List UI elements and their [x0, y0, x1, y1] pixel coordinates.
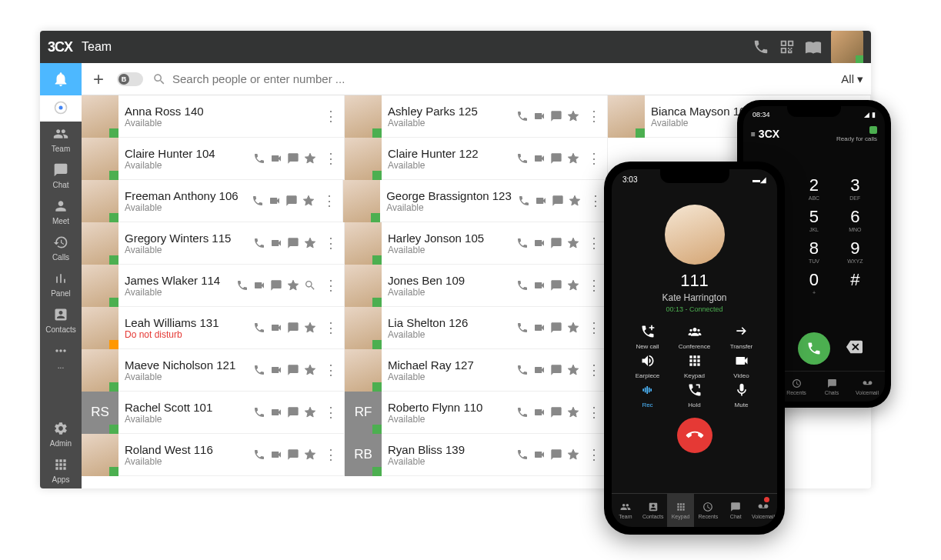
- video-icon[interactable]: [533, 152, 546, 165]
- call-icon[interactable]: [253, 406, 265, 418]
- qr-icon[interactable]: [779, 38, 796, 55]
- chat-icon[interactable]: [287, 406, 299, 418]
- keypad-key-9[interactable]: 9 WXYZ: [836, 238, 874, 264]
- star-icon[interactable]: [567, 448, 579, 461]
- contact-card[interactable]: Lia Shelton 126 Available ⋮: [345, 307, 608, 349]
- chat-icon[interactable]: [550, 364, 562, 376]
- more-icon[interactable]: ⋮: [322, 448, 339, 462]
- chat-icon[interactable]: [550, 279, 562, 292]
- call-action-earpiece[interactable]: Earpiece: [626, 353, 669, 379]
- more-icon[interactable]: ⋮: [322, 152, 339, 165]
- call-action-conference[interactable]: Conference: [672, 324, 716, 350]
- keypad-key-0[interactable]: 0 +: [795, 270, 833, 295]
- sidebar-item-meet[interactable]: Meet: [40, 194, 82, 230]
- chat-icon[interactable]: [287, 322, 299, 334]
- contact-card[interactable]: RF Roberto Flynn 110 Available ⋮: [345, 392, 608, 434]
- dialer-icon[interactable]: [752, 38, 769, 55]
- user-avatar[interactable]: [831, 31, 863, 63]
- backspace-button[interactable]: [846, 338, 863, 358]
- call-icon[interactable]: [516, 406, 529, 418]
- contact-card[interactable]: RB Ryan Bliss 139 Available ⋮: [345, 434, 608, 476]
- contact-card[interactable]: Ashley Parks 125 Available ⋮: [345, 95, 608, 138]
- contact-card[interactable]: RS Rachel Scott 101 Available ⋮: [82, 392, 345, 434]
- phone1-tab-voicemail[interactable]: Voicemail: [749, 494, 777, 527]
- contact-card[interactable]: Claire Hunter 122 Available ⋮: [345, 138, 608, 180]
- video-icon[interactable]: [270, 448, 282, 461]
- chat-icon[interactable]: [552, 195, 564, 207]
- star-icon[interactable]: [567, 279, 579, 292]
- call-icon[interactable]: [252, 195, 264, 207]
- chat-icon[interactable]: [285, 195, 298, 207]
- video-icon[interactable]: [533, 406, 546, 418]
- star-icon[interactable]: [567, 237, 579, 249]
- sidebar-item-...[interactable]: ...: [40, 338, 82, 375]
- chat-icon[interactable]: [287, 364, 299, 376]
- video-icon[interactable]: [533, 322, 546, 334]
- call-icon[interactable]: [253, 364, 265, 376]
- video-icon[interactable]: [533, 237, 546, 249]
- phone1-tab-recents[interactable]: Recents: [694, 494, 722, 527]
- filter-dropdown[interactable]: All ▾: [841, 72, 863, 86]
- contact-card[interactable]: Gregory Winters 115 Available ⋮: [82, 222, 345, 265]
- chat-icon[interactable]: [550, 448, 562, 461]
- call-icon[interactable]: [518, 195, 530, 207]
- keypad-key-8[interactable]: 8 TUV: [795, 238, 833, 264]
- call-action-mute[interactable]: Mute: [719, 382, 763, 408]
- more-icon[interactable]: ⋮: [586, 363, 602, 377]
- chat-icon[interactable]: [270, 279, 282, 292]
- notifications-button[interactable]: [40, 63, 82, 95]
- keypad-key-5[interactable]: 5 JKL: [795, 207, 833, 232]
- star-icon[interactable]: [304, 237, 316, 249]
- video-icon[interactable]: [253, 279, 265, 292]
- video-icon[interactable]: [269, 195, 281, 207]
- search-input[interactable]: [172, 72, 832, 85]
- more-icon[interactable]: ⋮: [586, 152, 602, 165]
- contact-card[interactable]: Anna Ross 140 Available ⋮: [82, 95, 345, 138]
- contact-card[interactable]: Jones Ben 109 Available ⋮: [345, 265, 608, 307]
- call-icon[interactable]: [516, 152, 529, 165]
- video-icon[interactable]: [533, 364, 546, 376]
- mode-toggle[interactable]: [117, 72, 143, 86]
- star-icon[interactable]: [304, 152, 316, 165]
- chat-icon[interactable]: [287, 237, 299, 249]
- sidebar-item-chrome[interactable]: [40, 95, 82, 122]
- call-icon[interactable]: [516, 237, 529, 249]
- phone1-tab-chat[interactable]: Chat: [722, 494, 749, 527]
- video-icon[interactable]: [270, 406, 282, 418]
- more-icon[interactable]: ⋮: [322, 236, 339, 250]
- more-icon[interactable]: ⋮: [586, 278, 602, 292]
- more-icon[interactable]: ⋮: [586, 236, 602, 250]
- star-icon[interactable]: [304, 448, 316, 461]
- more-icon[interactable]: ⋮: [322, 321, 339, 335]
- star-icon[interactable]: [304, 322, 316, 334]
- more-icon[interactable]: ⋮: [322, 109, 339, 123]
- menu-icon[interactable]: ≡: [751, 130, 756, 138]
- contact-card[interactable]: Leah Williams 131 Do not disturb ⋮: [82, 307, 345, 349]
- chat-icon[interactable]: [550, 406, 562, 418]
- call-icon[interactable]: [516, 322, 529, 334]
- more-icon[interactable]: ⋮: [586, 321, 602, 335]
- keypad-key-#[interactable]: #: [836, 270, 874, 295]
- dial-button[interactable]: [798, 332, 830, 365]
- video-icon[interactable]: [533, 279, 546, 292]
- video-icon[interactable]: [533, 448, 546, 461]
- call-icon[interactable]: [236, 279, 249, 292]
- call-action-video[interactable]: Video: [719, 353, 763, 379]
- hangup-button[interactable]: [677, 418, 712, 453]
- more-icon[interactable]: ⋮: [322, 363, 339, 377]
- phone2-tab-chats[interactable]: Chats: [814, 372, 849, 402]
- more-icon[interactable]: ⋮: [321, 194, 338, 208]
- call-action-hold[interactable]: Hold: [672, 382, 716, 408]
- call-icon[interactable]: [516, 279, 529, 292]
- phone1-tab-team[interactable]: Team: [612, 494, 639, 527]
- chat-icon[interactable]: [287, 448, 299, 461]
- more-icon[interactable]: ⋮: [586, 448, 602, 462]
- docs-icon[interactable]: [805, 38, 822, 55]
- contact-card[interactable]: Maeve Nicholson 121 Available ⋮: [82, 349, 345, 392]
- sidebar-item-panel[interactable]: Panel: [40, 266, 82, 302]
- star-icon[interactable]: [567, 152, 579, 165]
- call-action-transfer[interactable]: Transfer: [719, 324, 763, 350]
- sidebar-item-admin[interactable]: Admin: [40, 416, 82, 452]
- phone2-tab-voicemail[interactable]: Voicemail: [849, 372, 885, 402]
- star-icon[interactable]: [567, 364, 579, 376]
